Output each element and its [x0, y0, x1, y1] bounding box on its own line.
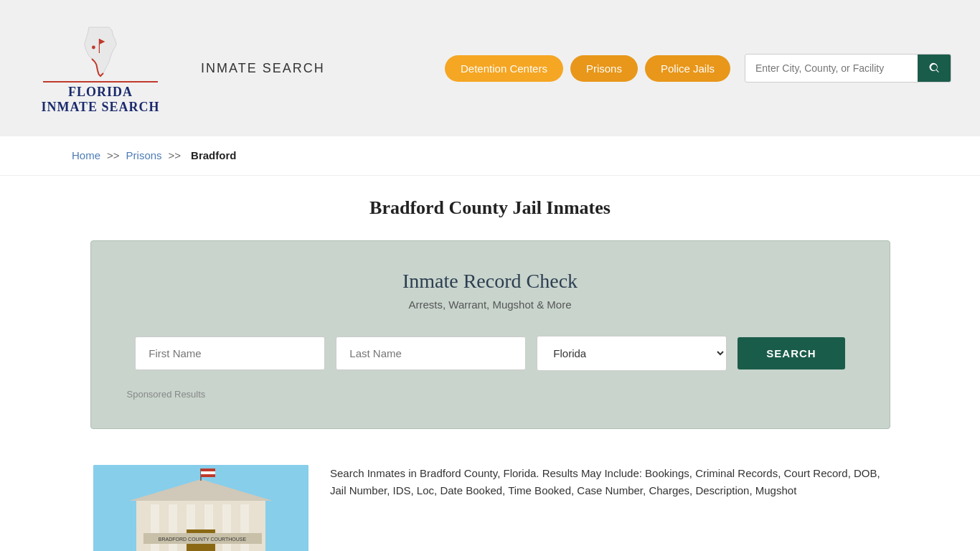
header-search-input[interactable]	[745, 55, 918, 81]
record-check-form: Florida Alabama Georgia SEARCH	[127, 336, 854, 371]
svg-rect-9	[169, 504, 177, 551]
svg-rect-21	[201, 474, 215, 477]
logo-title-line1: FLORIDA	[68, 85, 133, 100]
svg-rect-20	[201, 471, 215, 474]
florida-map-icon	[72, 22, 129, 79]
breadcrumb-separator-2: >>	[169, 149, 182, 161]
police-jails-button[interactable]: Police Jails	[645, 55, 730, 82]
breadcrumb-home-link[interactable]: Home	[72, 149, 100, 161]
page-title: Bradford County Jail Inmates	[29, 197, 951, 219]
page-title-section: Bradford County Jail Inmates	[0, 176, 980, 233]
breadcrumb: Home >> Prisons >> Bradford	[0, 136, 980, 176]
logo-title-line2: INMATE SEARCH	[41, 100, 159, 115]
nav-search-area: Detention Centers Prisons Police Jails	[445, 54, 951, 83]
last-name-input[interactable]	[336, 336, 526, 370]
sponsored-results-label: Sponsored Results	[127, 389, 854, 400]
bottom-section: BRADFORD COUNTY COURTHOUSE Search Inmate…	[0, 451, 980, 551]
svg-text:BRADFORD COUNTY COURTHOUSE: BRADFORD COUNTY COURTHOUSE	[159, 537, 247, 542]
courthouse-svg: BRADFORD COUNTY COURTHOUSE	[93, 465, 308, 551]
breadcrumb-current: Bradford	[191, 149, 236, 161]
record-check-box: Inmate Record Check Arrests, Warrant, Mu…	[90, 240, 890, 429]
svg-point-1	[92, 46, 95, 50]
breadcrumb-separator-1: >>	[107, 149, 120, 161]
svg-rect-19	[201, 468, 215, 471]
first-name-input[interactable]	[135, 336, 325, 370]
detention-centers-button[interactable]: Detention Centers	[445, 55, 563, 82]
record-search-button[interactable]: SEARCH	[738, 337, 844, 369]
header: FLORIDA INMATE SEARCH INMATE SEARCH Dete…	[0, 0, 980, 136]
inmate-search-label: INMATE SEARCH	[201, 61, 325, 76]
record-check-title: Inmate Record Check	[127, 270, 854, 293]
svg-marker-0	[85, 27, 117, 76]
courthouse-image: BRADFORD COUNTY COURTHOUSE	[93, 465, 308, 551]
breadcrumb-prisons-link[interactable]: Prisons	[126, 149, 162, 161]
svg-rect-8	[151, 504, 159, 551]
svg-rect-13	[240, 504, 249, 551]
record-check-subtitle: Arrests, Warrant, Mugshot & More	[127, 298, 854, 311]
header-search-button[interactable]	[918, 55, 951, 82]
logo-area: FLORIDA INMATE SEARCH	[29, 22, 172, 115]
prisons-button[interactable]: Prisons	[570, 55, 638, 82]
state-select[interactable]: Florida Alabama Georgia	[537, 336, 727, 371]
logo-divider	[43, 81, 158, 83]
description-text: Search Inmates in Bradford County, Flori…	[330, 465, 887, 499]
header-search-box	[745, 54, 951, 83]
svg-rect-12	[222, 504, 231, 551]
